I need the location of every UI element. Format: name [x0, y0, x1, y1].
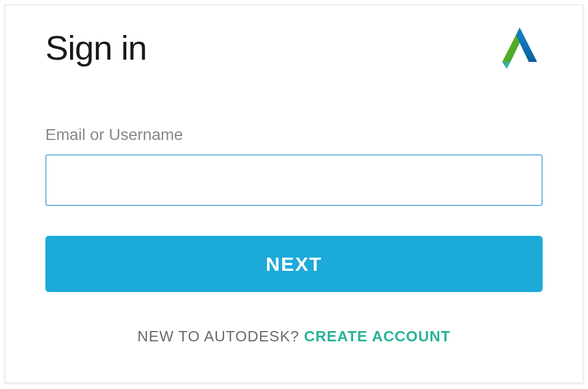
email-username-input[interactable]: [45, 154, 543, 206]
create-account-link[interactable]: CREATE ACCOUNT: [304, 328, 450, 345]
signin-card: Sign in: [5, 5, 583, 383]
page-title: Sign in: [45, 28, 146, 68]
autodesk-logo-icon: [497, 25, 543, 71]
svg-marker-2: [502, 62, 510, 69]
footer-line: NEW TO AUTODESK? CREATE ACCOUNT: [45, 328, 543, 345]
email-username-label: Email or Username: [45, 126, 543, 144]
header-row: Sign in: [45, 28, 543, 71]
next-button[interactable]: NEXT: [45, 236, 543, 292]
svg-marker-1: [516, 28, 537, 62]
new-to-autodesk-text: NEW TO AUTODESK?: [137, 328, 304, 345]
